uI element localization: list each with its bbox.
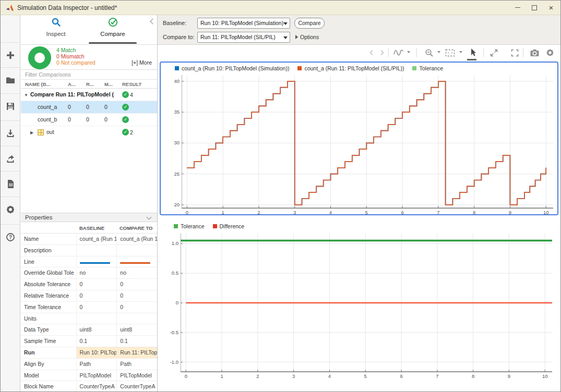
legend-item[interactable]: Tolerance (412, 65, 443, 71)
export-button[interactable] (1, 146, 20, 171)
add-button[interactable] (1, 42, 20, 67)
property-value-baseline: uint8 (76, 324, 117, 335)
table-row-count-a[interactable]: count_a 0 0 0 ✓ (21, 101, 157, 114)
table-row-count-b[interactable]: count_b 0 0 0 ✓ (21, 114, 157, 126)
x-tick-label: 1 (217, 373, 226, 379)
property-label: Align By (21, 359, 76, 370)
plot-settings-button[interactable] (545, 47, 555, 58)
property-value-compare: uint8 (116, 324, 157, 335)
properties-header[interactable]: Properties (21, 213, 157, 222)
property-value-baseline: no (76, 267, 117, 278)
expand-plot-button[interactable] (488, 47, 499, 58)
property-row[interactable]: RunRun 10: PILTopRun 11: PILTop (21, 347, 157, 359)
difference-chart[interactable]: ToleranceDifference 012345678910-1.0-0.5… (160, 218, 558, 391)
property-value-compare: Run 11: PILTop (116, 347, 157, 358)
plot-area[interactable] (182, 75, 553, 209)
x-tick-label: 7 (433, 373, 442, 379)
expand-caret-icon[interactable]: ▶ (30, 130, 33, 135)
content-area: Baseline: Run 10: PILTopModel (Simulatio… (158, 15, 560, 391)
property-row[interactable]: Align ByPathPath (21, 359, 157, 370)
document-icon (5, 179, 16, 189)
filter-comparisons-input[interactable]: Filter Comparisons (21, 70, 157, 80)
compare-to-dropdown[interactable]: Run 11: PILTopModel (SIL/PIL) (197, 32, 290, 43)
plot-canvas[interactable] (181, 234, 552, 372)
close-button[interactable]: × (543, 1, 559, 15)
property-label: Run (21, 347, 76, 358)
import-button[interactable] (1, 120, 20, 145)
save-button[interactable] (1, 93, 20, 118)
y-tick-label: 0 (164, 300, 178, 305)
tab-compare[interactable]: Compare (89, 17, 136, 37)
matlab-logo-icon (6, 4, 14, 12)
open-button[interactable] (1, 67, 20, 92)
property-value-compare: count_a (Run 1 (116, 234, 157, 244)
x-tick-label: 0 (182, 210, 192, 215)
result-badge: ✓ 2 (122, 129, 133, 136)
property-value-compare: 0 (116, 290, 157, 301)
property-row[interactable]: Line (21, 256, 157, 268)
legend-item[interactable]: count_a (Run 11: PILTopModel (SIL/PIL)) (297, 65, 404, 71)
chevron-down-icon[interactable] (147, 215, 152, 220)
abs-tol-value: 0 (68, 116, 71, 123)
property-row[interactable]: Time Tolerance00 (21, 302, 157, 313)
property-row[interactable]: Relative Tolerance00 (21, 290, 157, 302)
property-label: Absolute Tolerance (21, 279, 76, 290)
check-icon: ✓ (122, 104, 129, 111)
property-value-baseline (76, 245, 117, 256)
property-row[interactable]: Namecount_a (Run 1count_a (Run 1 (21, 234, 157, 245)
maximize-button[interactable] (526, 1, 543, 15)
compare-button[interactable]: Compare (294, 18, 325, 29)
fit-to-view-button[interactable] (445, 47, 455, 58)
legend-label: count_a (Run 11: PILTopModel (SIL/PIL)) (304, 65, 404, 71)
property-row[interactable]: Absolute Tolerance00 (21, 279, 157, 290)
prev-button[interactable] (366, 47, 377, 58)
options-toggle[interactable]: Options (295, 34, 319, 40)
property-value-baseline: 0 (76, 279, 117, 290)
minimize-button[interactable] (509, 1, 526, 15)
property-row[interactable]: Block NameCounterTypeACounterTypeA (21, 381, 157, 391)
report-button[interactable] (1, 171, 20, 196)
property-label: Name (21, 234, 76, 244)
legend-item[interactable]: Difference (213, 223, 245, 229)
legend-item[interactable]: Tolerance (174, 223, 205, 229)
zoom-out-button[interactable] (424, 47, 434, 58)
toolbar-separator (416, 48, 417, 57)
property-row[interactable]: Description (21, 245, 157, 256)
plot-canvas[interactable] (182, 75, 553, 209)
legend-item[interactable]: count_a (Run 10: PILTopModel (Simulation… (175, 65, 289, 71)
property-row[interactable]: ModelPILTopModelPILTopModel (21, 370, 157, 382)
pointer-tool-button[interactable] (468, 47, 478, 58)
active-tab-underline (89, 42, 137, 44)
col-m: M... (104, 81, 113, 87)
bus-grid-icon (38, 129, 44, 136)
property-row[interactable]: Units (21, 313, 157, 325)
rel-tol-value: 0 (86, 104, 89, 110)
property-row[interactable]: Data Typeuint8uint8 (21, 324, 157, 336)
next-button[interactable] (377, 47, 387, 58)
dropdown-arrow-icon[interactable] (459, 51, 462, 53)
signal-trace-button[interactable] (393, 47, 404, 58)
fullscreen-button[interactable] (509, 47, 520, 58)
signal-chart[interactable]: count_a (Run 10: PILTopModel (Simulation… (160, 62, 558, 215)
plot-area[interactable] (181, 234, 552, 372)
table-row-group[interactable]: ▼ Compare Run 11: PILTopModel ( ✓ 4 (21, 89, 157, 101)
help-button[interactable]: ? (1, 224, 20, 249)
property-label: Relative Tolerance (21, 290, 76, 301)
more-link[interactable]: [+] More (132, 59, 152, 66)
table-row-out[interactable]: ▶ out ✓ 2 (21, 126, 157, 139)
collapse-panel-icon[interactable] (150, 18, 156, 24)
expand-caret-icon[interactable]: ▼ (24, 93, 28, 97)
property-label: Block Name (21, 381, 76, 391)
snapshot-button[interactable] (529, 47, 540, 58)
preferences-button[interactable] (1, 197, 20, 222)
property-row[interactable]: Override Global Tolenono (21, 267, 157, 279)
x-tick-label: 6 (397, 373, 406, 379)
baseline-dropdown[interactable]: Run 10: PILTopModel (Simulation) (197, 18, 290, 29)
property-value-compare: CounterTypeA (116, 381, 157, 391)
dropdown-arrow-icon[interactable] (407, 51, 410, 53)
dropdown-arrow-icon[interactable] (437, 51, 440, 53)
fullscreen-brackets-icon (510, 48, 519, 57)
tab-inspect[interactable]: Inspect (32, 17, 79, 37)
property-value-baseline: PILTopModel (76, 370, 117, 381)
property-row[interactable]: Sample Time0.10.1 (21, 336, 157, 347)
